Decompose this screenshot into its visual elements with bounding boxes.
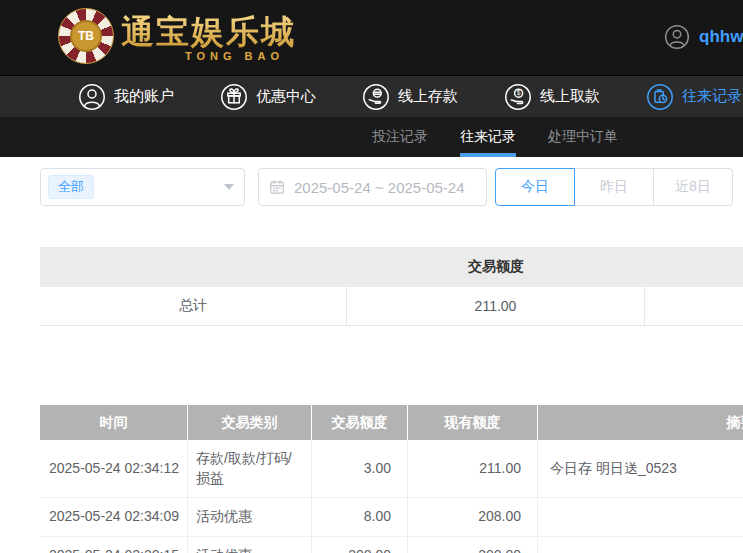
record-balance: 211.00 [408, 440, 538, 498]
record-type: 活动优惠 [188, 537, 312, 553]
record-type: 存款/取款/打码/损益 [188, 440, 312, 498]
record-amount: 200.00 [312, 537, 408, 553]
records-icon [646, 83, 674, 111]
record-time: 2025-05-24 02:34:09 [40, 498, 188, 537]
summary-total-row: 总计 211.00 [40, 287, 743, 326]
nav-item-transaction-records[interactable]: 往来记录 [646, 83, 742, 111]
summary-empty-cell [645, 287, 743, 325]
nav-item-my-account[interactable]: 我的账户 [78, 83, 174, 111]
summary-header-empty [645, 247, 743, 287]
summary-total-value: 211.00 [347, 287, 645, 325]
record-summary [538, 498, 743, 537]
summary-header-empty [40, 247, 347, 287]
main-navigation: 我的账户 优惠中心 [0, 75, 743, 117]
records-table: 时间 交易类别 交易额度 现有额度 摘要 2025-05-24 02:34:12… [40, 405, 743, 553]
record-summary [538, 537, 743, 553]
column-header-summary: 摘要 [538, 405, 743, 440]
date-range-value: 2025-05-24 ~ 2025-05-24 [294, 179, 465, 196]
yesterday-button[interactable]: 昨日 [574, 168, 654, 206]
column-header-type: 交易类别 [188, 405, 312, 440]
column-header-time: 时间 [40, 405, 188, 440]
chevron-down-icon [224, 184, 234, 190]
quick-date-buttons: 今日 昨日 近8日 [495, 168, 733, 206]
deposit-icon [362, 83, 390, 111]
user-circle-icon [78, 83, 106, 111]
nav-item-withdraw[interactable]: $ 线上取款 [504, 83, 600, 111]
brand-name-en: TONG BAO [185, 50, 284, 62]
table-row: 2025-05-24 02:34:12 存款/取款/打码/损益 3.00 211… [40, 440, 743, 498]
poker-chip-logo-icon: TB [58, 8, 114, 64]
summary-header-row: 交易额度 [40, 247, 743, 287]
record-summary: 今日存 明日送_0523 [538, 440, 743, 498]
chip-label: TB [70, 20, 102, 52]
page: TB 通宝娱乐城 TONG BAO qhhw2 [0, 0, 743, 553]
type-select-value: 全部 [48, 175, 94, 199]
user-avatar-icon [664, 24, 690, 50]
table-row: 2025-05-24 02:34:09 活动优惠 8.00 208.00 [40, 498, 743, 537]
record-amount: 8.00 [312, 498, 408, 537]
withdraw-icon: $ [504, 83, 532, 111]
tab-betting-records[interactable]: 投注记录 [372, 117, 428, 157]
nav-item-deposit[interactable]: 线上存款 [362, 83, 458, 111]
brand-logo[interactable]: TB 通宝娱乐城 TONG BAO [58, 8, 296, 64]
nav-label: 优惠中心 [256, 87, 316, 106]
column-header-balance: 现有额度 [408, 405, 538, 440]
last-8-days-button[interactable]: 近8日 [653, 168, 733, 206]
calendar-icon [269, 179, 285, 195]
brand-name-cn: 通宝娱乐城 [121, 10, 296, 55]
record-time: 2025-05-24 02:34:12 [40, 440, 188, 498]
records-table-body: 2025-05-24 02:34:12 存款/取款/打码/损益 3.00 211… [40, 440, 743, 553]
date-range-input[interactable]: 2025-05-24 ~ 2025-05-24 [258, 168, 487, 206]
gift-icon [220, 83, 248, 111]
record-time: 2025-05-24 02:20:15 [40, 537, 188, 553]
summary-header-amount: 交易额度 [347, 247, 645, 287]
nav-label: 往来记录 [682, 87, 742, 106]
today-button[interactable]: 今日 [495, 168, 575, 206]
summary-total-label: 总计 [40, 287, 347, 325]
tab-pending-orders[interactable]: 处理中订单 [548, 117, 618, 157]
record-amount: 3.00 [312, 440, 408, 498]
table-row: 2025-05-24 02:20:15 活动优惠 200.00 200.00 [40, 537, 743, 553]
type-select[interactable]: 全部 [40, 168, 245, 206]
column-header-amount: 交易额度 [312, 405, 408, 440]
nav-label: 我的账户 [114, 87, 174, 106]
brand-text: 通宝娱乐城 TONG BAO [121, 10, 296, 62]
username-text: qhhw2 [699, 27, 743, 47]
records-tabs: 投注记录 往来记录 处理中订单 [0, 117, 743, 157]
record-balance: 200.00 [408, 537, 538, 553]
nav-label: 线上取款 [540, 87, 600, 106]
nav-item-promotions[interactable]: 优惠中心 [220, 83, 316, 111]
svg-text:$: $ [517, 89, 521, 96]
filter-bar: 全部 2025-05-24 ~ 2025-05-24 今日 昨日 近8日 [40, 168, 743, 206]
top-header: TB 通宝娱乐城 TONG BAO qhhw2 [0, 0, 743, 75]
record-type: 活动优惠 [188, 498, 312, 537]
summary-table: 交易额度 总计 211.00 [40, 247, 743, 326]
nav-label: 线上存款 [398, 87, 458, 106]
records-table-header: 时间 交易类别 交易额度 现有额度 摘要 [40, 405, 743, 440]
record-balance: 208.00 [408, 498, 538, 537]
account-link[interactable]: qhhw2 [664, 24, 743, 50]
tab-transaction-records[interactable]: 往来记录 [460, 117, 516, 157]
